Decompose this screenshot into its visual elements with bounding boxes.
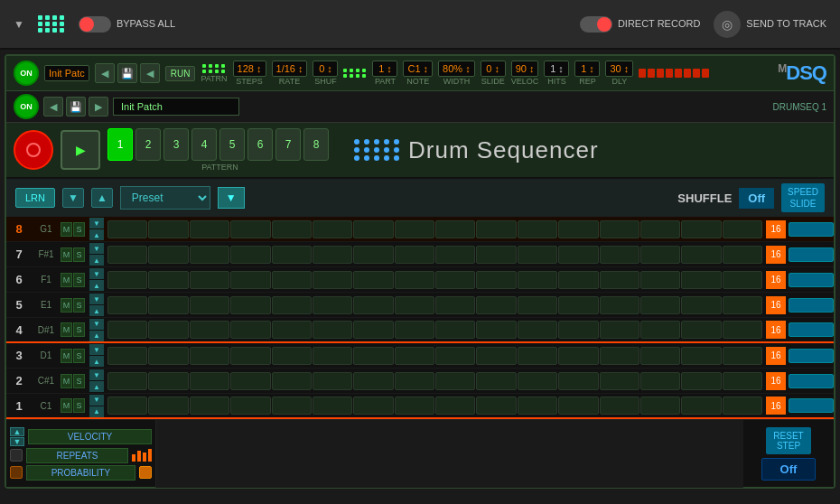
step-cell[interactable] xyxy=(558,347,598,365)
step-cell[interactable] xyxy=(148,347,188,365)
step-cell[interactable] xyxy=(190,372,229,390)
step-cell[interactable] xyxy=(230,372,270,390)
preset-arrow-btn[interactable]: ▼ xyxy=(218,187,245,209)
step-cell[interactable] xyxy=(190,397,229,415)
step-cell[interactable] xyxy=(435,220,475,238)
step-cell[interactable] xyxy=(313,220,352,238)
arrow-up-btn[interactable]: ▲ xyxy=(91,188,113,208)
dropdown-arrow-icon[interactable]: ▼ xyxy=(14,18,24,31)
preset-name-display[interactable]: Init Patch xyxy=(113,98,239,116)
step-cell[interactable] xyxy=(313,397,352,415)
step-cell[interactable] xyxy=(518,347,557,365)
step-cell[interactable] xyxy=(230,347,270,365)
step-cell[interactable] xyxy=(148,397,188,415)
step-cell[interactable] xyxy=(148,246,188,264)
step-cell[interactable] xyxy=(518,246,557,264)
track-down-3[interactable]: ▲ xyxy=(89,356,104,367)
slide-bar-7[interactable] xyxy=(789,247,834,262)
track-up-2[interactable]: ▼ xyxy=(89,369,104,380)
step-cell[interactable] xyxy=(435,296,475,314)
step-cell[interactable] xyxy=(518,271,557,289)
step-cell[interactable] xyxy=(272,296,312,314)
step-cell[interactable] xyxy=(148,372,188,390)
step-cell[interactable] xyxy=(435,372,475,390)
preset-dropdown[interactable]: Preset xyxy=(120,186,210,210)
mute-btn-4[interactable]: M xyxy=(61,322,72,337)
run-play-button[interactable]: ▶ xyxy=(61,130,100,170)
run-button[interactable]: RUN xyxy=(165,66,196,81)
ctrl-icon-3[interactable]: ◀ xyxy=(140,63,160,83)
step-cell[interactable] xyxy=(107,372,147,390)
slide-display[interactable]: 0 ↕ xyxy=(481,61,506,77)
step-cell[interactable] xyxy=(476,271,516,289)
track-down-1[interactable]: ▲ xyxy=(89,406,104,417)
step-cell[interactable] xyxy=(190,296,229,314)
step-cell[interactable] xyxy=(600,246,639,264)
dly-display[interactable]: 30 ↕ xyxy=(605,61,633,77)
solo-btn-6[interactable]: S xyxy=(73,273,85,287)
step-cell[interactable] xyxy=(272,372,312,390)
step-cell[interactable] xyxy=(395,246,434,264)
step-cell[interactable] xyxy=(313,372,352,390)
slide-bar-4[interactable] xyxy=(789,322,834,337)
step-cell[interactable] xyxy=(681,347,721,365)
step-cell[interactable] xyxy=(353,372,393,390)
step-cell[interactable] xyxy=(313,347,352,365)
width-display[interactable]: 80% ↕ xyxy=(438,61,475,77)
step-cell[interactable] xyxy=(558,220,598,238)
step-cell[interactable] xyxy=(558,246,598,264)
slide-bar-5[interactable] xyxy=(789,298,834,313)
track-up-8[interactable]: ▼ xyxy=(89,218,104,229)
step-cell[interactable] xyxy=(640,220,680,238)
step-cell[interactable] xyxy=(272,246,312,264)
step-cell[interactable] xyxy=(476,220,516,238)
step-cell[interactable] xyxy=(723,246,762,264)
mute-btn-7[interactable]: M xyxy=(61,247,72,262)
step-cell[interactable] xyxy=(230,321,270,339)
step-cell[interactable] xyxy=(395,372,434,390)
step-cell[interactable] xyxy=(640,397,680,415)
pattern-btn-1[interactable]: 1 xyxy=(107,128,133,161)
slide-bar-8[interactable] xyxy=(789,222,834,237)
step-cell[interactable] xyxy=(107,220,147,238)
track-down-4[interactable]: ▲ xyxy=(89,331,104,341)
next-icon[interactable]: ▶ xyxy=(89,97,108,117)
step-cell[interactable] xyxy=(107,347,147,365)
track-up-6[interactable]: ▼ xyxy=(89,268,104,279)
step-cell[interactable] xyxy=(518,321,557,339)
probability-label[interactable]: PROBABILITY xyxy=(26,465,135,481)
step-cell[interactable] xyxy=(681,220,721,238)
track-down-8[interactable]: ▲ xyxy=(89,229,104,240)
step-cell[interactable] xyxy=(313,246,352,264)
step-cell[interactable] xyxy=(107,296,147,314)
step-cell[interactable] xyxy=(600,372,639,390)
slide-bar-6[interactable] xyxy=(789,273,834,287)
step-cell[interactable] xyxy=(723,397,762,415)
pattern-btn-7[interactable]: 7 xyxy=(275,128,301,161)
step-cell[interactable] xyxy=(640,321,680,339)
step-cell[interactable] xyxy=(600,296,639,314)
step-cell[interactable] xyxy=(107,397,147,415)
send-icon[interactable]: ◎ xyxy=(714,11,741,38)
step-cell[interactable] xyxy=(395,397,434,415)
step-cell[interactable] xyxy=(230,246,270,264)
shuffle-off-button[interactable]: Off xyxy=(739,188,774,209)
pattern-btn-4[interactable]: 4 xyxy=(191,128,217,161)
step-cell[interactable] xyxy=(723,220,762,238)
step-cell[interactable] xyxy=(681,397,721,415)
veloc-display[interactable]: 90 ↕ xyxy=(511,61,539,77)
on-button[interactable]: ON xyxy=(14,61,39,86)
track-down-2[interactable]: ▲ xyxy=(89,381,104,392)
off-button[interactable]: Off xyxy=(761,458,817,481)
step-cell[interactable] xyxy=(190,271,229,289)
arrow-down-btn[interactable]: ▼ xyxy=(62,188,84,208)
step-cell[interactable] xyxy=(476,246,516,264)
step-cell[interactable] xyxy=(272,347,312,365)
step-cell[interactable] xyxy=(476,397,516,415)
step-cell[interactable] xyxy=(723,372,762,390)
step-cell[interactable] xyxy=(558,372,598,390)
slide-bar-1[interactable] xyxy=(789,398,834,413)
step-cell[interactable] xyxy=(353,220,393,238)
solo-btn-7[interactable]: S xyxy=(73,247,85,262)
step-cell[interactable] xyxy=(107,246,147,264)
